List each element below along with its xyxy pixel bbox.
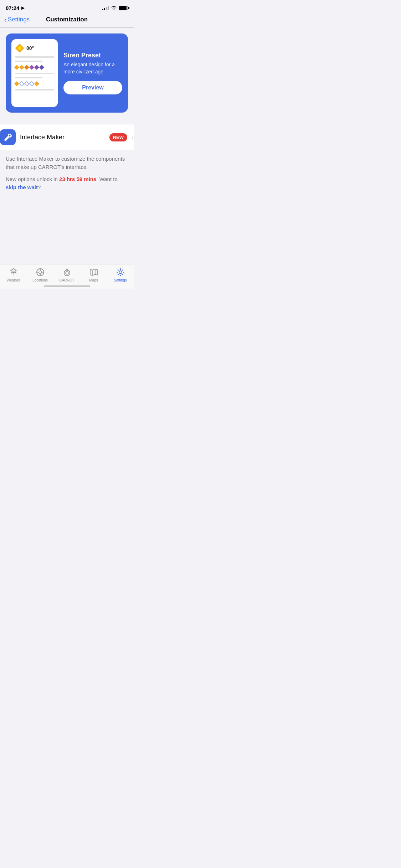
svg-point-18: [119, 271, 122, 274]
mockup-diamonds-row-1: [15, 66, 54, 69]
mockup-line-1: [15, 56, 54, 58]
carrot-tab-icon: [62, 267, 72, 277]
tab-weather[interactable]: Weather: [0, 267, 27, 282]
signal-icon: [102, 6, 109, 10]
preset-card: 00° Siren: [6, 33, 128, 113]
diamond-blue-dark: [39, 65, 44, 70]
interface-maker-section: Interface Maker NEW ›: [0, 124, 134, 150]
page-title: Customization: [46, 16, 88, 23]
maps-tab-icon: [89, 267, 99, 277]
location-arrow-icon: ▶: [21, 6, 24, 10]
locations-tab-label: Locations: [32, 278, 48, 282]
wifi-icon: [111, 6, 117, 10]
preset-description: An elegant design for a more civilized a…: [63, 61, 122, 75]
unlock-text: New options unlock in 23 hrs 59 mins. Wa…: [6, 175, 128, 191]
tab-carrot[interactable]: CARROT: [53, 267, 80, 282]
preview-button[interactable]: Preview: [63, 81, 122, 94]
tab-locations[interactable]: Locations: [27, 267, 53, 282]
sun-icon: [15, 43, 24, 53]
diamond-bot-blue-outline-2: [24, 81, 29, 86]
unlock-mid: . Want to: [96, 176, 117, 182]
status-icons: [102, 6, 128, 10]
back-chevron-icon: ‹: [4, 16, 7, 23]
back-button[interactable]: ‹ Settings: [4, 16, 30, 23]
preset-mockup: 00°: [11, 39, 58, 107]
tab-settings[interactable]: Settings: [107, 267, 134, 282]
diamond-bot-blue-outline-3: [29, 81, 34, 86]
mockup-line-3: [15, 73, 54, 74]
diamond-yellow-1: [14, 65, 19, 70]
locations-tab-icon: [35, 267, 45, 277]
status-bar: 07:24 ▶: [0, 0, 134, 13]
interface-maker-row[interactable]: Interface Maker NEW ›: [0, 129, 134, 145]
svg-line-4: [16, 269, 16, 270]
mockup-line-2: [15, 61, 42, 62]
interface-maker-description: Use Interface Maker to customize the com…: [6, 155, 128, 171]
settings-tab-label: Settings: [114, 278, 127, 282]
svg-point-14: [66, 272, 68, 274]
preset-info: Siren Preset An elegant design for a mor…: [63, 52, 122, 94]
mockup-diamonds-row-2: [15, 82, 54, 86]
status-time: 07:24 ▶: [6, 5, 24, 11]
new-badge: NEW: [109, 133, 127, 141]
unlock-prefix: New options unlock in: [6, 176, 59, 182]
time-display: 07:24: [6, 5, 19, 11]
diamond-yellow-2: [19, 65, 24, 70]
back-label: Settings: [8, 16, 30, 23]
preset-name: Siren Preset: [63, 52, 122, 59]
interface-maker-label: Interface Maker: [20, 134, 105, 141]
skip-wait-link[interactable]: skip the wait: [6, 184, 38, 190]
unlock-time: 23 hrs 59 mins: [59, 176, 96, 182]
interface-maker-icon: [0, 129, 16, 145]
wrench-icon: [3, 133, 12, 142]
maps-tab-label: Maps: [89, 278, 98, 282]
carrot-tab-label: CARROT: [59, 278, 74, 282]
diamond-bot-yellow-2: [34, 81, 39, 86]
unlock-suffix: ?: [38, 184, 41, 190]
diamond-orange: [24, 65, 29, 70]
chevron-right-icon: ›: [132, 134, 134, 141]
svg-point-8: [39, 271, 42, 274]
home-indicator: [44, 285, 90, 287]
diamond-bot-blue-outline-1: [19, 81, 24, 86]
battery-icon: [119, 6, 128, 10]
description-section: Use Interface Maker to customize the com…: [0, 150, 134, 196]
svg-line-3: [11, 269, 11, 270]
settings-tab-icon: [115, 267, 125, 277]
mockup-line-5: [15, 89, 54, 91]
tab-maps[interactable]: Maps: [80, 267, 107, 282]
main-content: 00° Siren: [0, 28, 134, 118]
mockup-header: 00°: [15, 43, 54, 53]
mockup-line-4: [15, 77, 42, 78]
diamond-bot-yellow: [14, 81, 19, 86]
nav-header: ‹ Settings Customization: [0, 13, 134, 27]
mockup-temperature: 00°: [26, 45, 34, 51]
diamond-purple: [29, 65, 34, 70]
diamond-purple-2: [34, 65, 39, 70]
weather-tab-label: Weather: [7, 278, 20, 282]
weather-tab-icon: [9, 267, 19, 277]
